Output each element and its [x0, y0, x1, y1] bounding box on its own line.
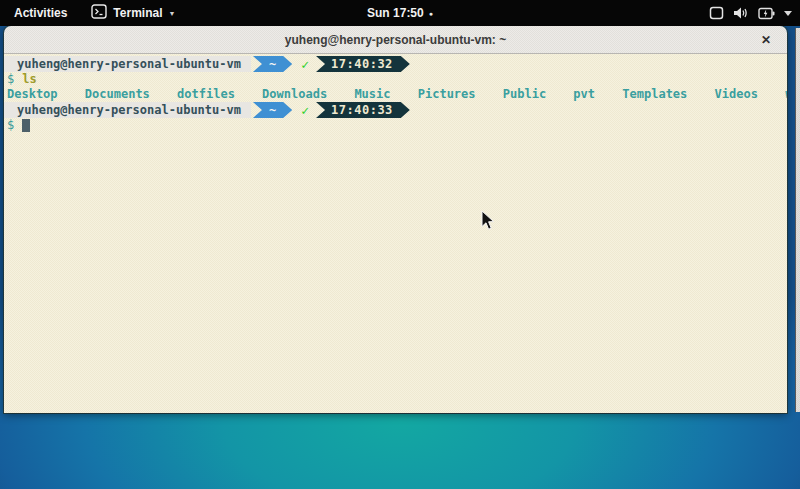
directory-name: Templates	[622, 87, 687, 101]
status-check-icon: ✓	[301, 57, 309, 72]
typed-command: ls	[22, 72, 36, 87]
activities-button[interactable]: Activities	[0, 0, 81, 26]
chevron-down-icon: ▼	[168, 10, 175, 17]
top-bar: Activities Terminal ▼ Sun 17:50 ●	[0, 0, 800, 26]
directory-name: Desktop	[7, 87, 58, 101]
notification-dot-icon: ●	[429, 10, 433, 17]
prompt-line: yuheng@henry-personal-ubuntu-vm ~ ✓ 17:4…	[4, 102, 787, 118]
directory-name: Downloads	[262, 87, 327, 101]
app-menu-terminal[interactable]: Terminal ▼	[81, 0, 185, 26]
prompt-char: $	[7, 118, 14, 133]
window-titlebar[interactable]: yuheng@henry-personal-ubuntu-vm: ~ ✕	[4, 26, 787, 54]
prompt-cwd-segment: ~	[253, 56, 292, 72]
prompt-time-segment: 17:40:33	[316, 102, 410, 118]
app-menu-label: Terminal	[113, 6, 162, 20]
text-cursor	[22, 119, 30, 132]
clock-label[interactable]: Sun 17:50	[367, 6, 424, 20]
directory-name: pvt	[573, 87, 595, 101]
terminal-window: yuheng@henry-personal-ubuntu-vm: ~ ✕ yuh…	[4, 26, 787, 413]
volume-icon	[733, 6, 749, 20]
terminal-icon	[91, 4, 107, 22]
directory-name: Public	[503, 87, 546, 101]
directory-name: Music	[354, 87, 390, 101]
directory-name: Pictures	[418, 87, 476, 101]
mouse-cursor-icon	[481, 210, 495, 235]
prompt-user-host: yuheng@henry-personal-ubuntu-vm	[4, 102, 251, 118]
prompt-user-host: yuheng@henry-personal-ubuntu-vm	[4, 56, 251, 72]
background-window-edge	[795, 28, 800, 412]
input-line[interactable]: $	[4, 118, 787, 133]
ls-output: Desktop Documents dotfiles Downloads Mus…	[4, 87, 787, 102]
directory-name: Documents	[85, 87, 150, 101]
directory-name: dotfiles	[177, 87, 235, 101]
prompt-cwd-segment: ~	[253, 102, 292, 118]
window-title: yuheng@henry-personal-ubuntu-vm: ~	[285, 33, 506, 47]
status-check-icon: ✓	[301, 103, 309, 118]
prompt-time-segment: 17:40:32	[316, 56, 410, 72]
screen-icon	[709, 6, 724, 20]
directory-name: Videos	[715, 87, 758, 101]
prompt-line: yuheng@henry-personal-ubuntu-vm ~ ✓ 17:4…	[4, 56, 787, 72]
directory-name: workspace	[785, 87, 787, 101]
close-button[interactable]: ✕	[757, 31, 775, 49]
command-line: $ ls	[4, 72, 787, 87]
chevron-down-icon	[784, 11, 792, 16]
system-tray[interactable]	[709, 0, 792, 26]
terminal-content[interactable]: yuheng@henry-personal-ubuntu-vm ~ ✓ 17:4…	[4, 54, 787, 413]
prompt-char: $	[7, 72, 14, 87]
battery-charging-icon	[758, 7, 775, 20]
